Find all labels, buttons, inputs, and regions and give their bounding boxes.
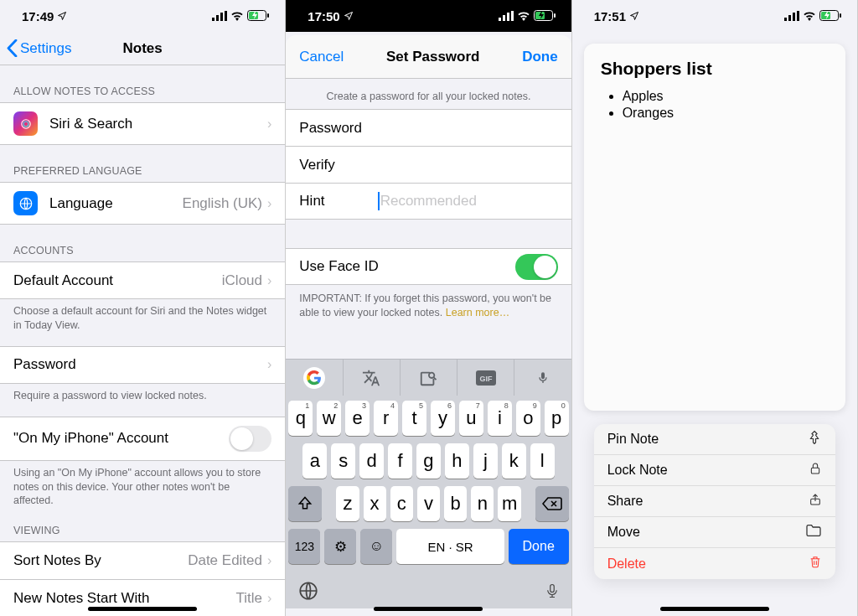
siri-search-row[interactable]: Siri & Search › xyxy=(0,102,285,145)
wifi-icon xyxy=(230,9,244,23)
language-row[interactable]: Language English (UK) › xyxy=(0,182,285,225)
delete-label: Delete xyxy=(607,556,809,572)
hint-input[interactable] xyxy=(380,193,558,210)
settings-list[interactable]: ALLOW NOTES TO ACCESS Siri & Search › PR… xyxy=(0,65,285,616)
new-notes-label: New Notes Start With xyxy=(13,590,236,607)
done-button[interactable]: Done xyxy=(522,49,558,65)
location-icon xyxy=(57,9,67,23)
key-l[interactable]: l xyxy=(530,443,555,479)
home-indicator[interactable] xyxy=(660,607,769,611)
sort-notes-row[interactable]: Sort Notes By Date Edited › xyxy=(0,541,285,579)
svg-rect-27 xyxy=(840,13,841,18)
delete-button[interactable]: Delete xyxy=(594,548,835,579)
key-o[interactable]: o9 xyxy=(516,401,540,436)
key-j[interactable]: j xyxy=(473,443,498,479)
emoji-icon: ☺ xyxy=(370,538,384,555)
key-a[interactable]: a xyxy=(302,443,327,479)
verify-input[interactable] xyxy=(378,157,557,173)
lock-note-button[interactable]: Lock Note xyxy=(594,455,835,486)
face-id-row[interactable]: Use Face ID xyxy=(286,248,571,285)
chevron-right-icon: › xyxy=(267,553,271,568)
pin-icon xyxy=(807,430,822,449)
key-e[interactable]: e3 xyxy=(345,401,370,436)
delete-key[interactable] xyxy=(535,486,569,521)
key-h[interactable]: h xyxy=(445,443,469,479)
section-header-language: PREFERRED LANGUAGE xyxy=(0,145,285,182)
face-id-toggle[interactable] xyxy=(515,254,558,280)
key-w[interactable]: w2 xyxy=(317,401,341,436)
chevron-right-icon: › xyxy=(267,273,271,288)
google-suggestion-button[interactable] xyxy=(286,360,343,396)
svg-text:GIF: GIF xyxy=(479,375,493,383)
home-indicator[interactable] xyxy=(374,607,483,611)
home-indicator[interactable] xyxy=(88,607,197,611)
globe-key[interactable] xyxy=(297,580,319,607)
verify-field-row[interactable]: Verify xyxy=(286,146,571,183)
hint-field-row[interactable]: Hint xyxy=(286,183,571,220)
shift-key[interactable] xyxy=(288,486,322,521)
settings-key[interactable]: ⚙ xyxy=(324,529,356,564)
keyboard-done-key[interactable]: Done xyxy=(509,529,569,564)
key-u[interactable]: u7 xyxy=(459,401,483,436)
siri-label: Siri & Search xyxy=(49,116,267,132)
battery-icon xyxy=(247,9,270,23)
svg-rect-1 xyxy=(216,15,219,21)
key-f[interactable]: f xyxy=(388,443,412,479)
key-y[interactable]: y6 xyxy=(431,401,455,436)
pin-note-button[interactable]: Pin Note xyxy=(594,424,835,455)
signal-icon xyxy=(499,9,514,23)
key-z[interactable]: z xyxy=(336,486,359,521)
password-hint-text: Create a password for all your locked no… xyxy=(286,79,571,109)
key-d[interactable]: d xyxy=(359,443,384,479)
space-key[interactable]: EN · SR xyxy=(396,529,504,564)
gif-icon: GIF xyxy=(476,370,496,386)
key-v[interactable]: v xyxy=(417,486,440,521)
svg-rect-10 xyxy=(499,18,501,21)
on-my-iphone-toggle[interactable] xyxy=(229,426,271,452)
list-item: Oranges xyxy=(623,106,829,121)
translate-icon xyxy=(362,369,380,387)
key-c[interactable]: c xyxy=(390,486,413,521)
on-my-iphone-row[interactable]: "On My iPhone" Account xyxy=(0,417,285,461)
key-n[interactable]: n xyxy=(471,486,494,521)
gif-suggestion-button[interactable]: GIF xyxy=(457,360,514,396)
signal-icon xyxy=(784,9,799,23)
key-g[interactable]: g xyxy=(416,443,441,479)
note-title: Shoppers list xyxy=(601,59,829,79)
key-p[interactable]: p0 xyxy=(545,401,569,436)
key-m[interactable]: m xyxy=(498,486,520,521)
on-my-iphone-footer: Using an "On My iPhone" account allows y… xyxy=(0,461,285,514)
chevron-right-icon: › xyxy=(267,357,271,372)
back-button[interactable]: Settings xyxy=(7,39,71,57)
learn-more-link[interactable]: Learn more… xyxy=(446,307,509,318)
key-b[interactable]: b xyxy=(444,486,467,521)
microphone-icon xyxy=(536,369,550,387)
cancel-button[interactable]: Cancel xyxy=(299,49,344,65)
image-suggestion-button[interactable] xyxy=(401,360,457,396)
move-button[interactable]: Move xyxy=(594,517,835,548)
password-input[interactable] xyxy=(378,120,557,137)
key-r[interactable]: r4 xyxy=(374,401,398,436)
password-field-row[interactable]: Password xyxy=(286,109,571,146)
note-preview-card[interactable]: Shoppers list Apples Oranges xyxy=(584,44,845,411)
key-s[interactable]: s xyxy=(331,443,355,479)
svg-rect-24 xyxy=(797,11,799,21)
voice-suggestion-button[interactable] xyxy=(514,360,571,396)
key-t[interactable]: t5 xyxy=(402,401,426,436)
chevron-right-icon: › xyxy=(267,591,271,606)
svg-rect-20 xyxy=(550,585,554,593)
key-x[interactable]: x xyxy=(364,486,386,521)
numeric-key[interactable]: 123 xyxy=(288,529,320,564)
password-row[interactable]: Password › xyxy=(0,346,285,384)
default-account-row[interactable]: Default Account iCloud › xyxy=(0,261,285,299)
share-button[interactable]: Share xyxy=(594,486,835,517)
key-q[interactable]: q1 xyxy=(288,401,313,436)
svg-rect-0 xyxy=(212,18,214,21)
translate-suggestion-button[interactable] xyxy=(344,360,401,396)
key-k[interactable]: k xyxy=(502,443,526,479)
folder-icon xyxy=(805,524,822,541)
key-i[interactable]: i8 xyxy=(488,401,512,436)
dictation-key[interactable] xyxy=(545,580,560,607)
emoji-key[interactable]: ☺ xyxy=(360,529,392,564)
text-cursor xyxy=(378,192,380,210)
